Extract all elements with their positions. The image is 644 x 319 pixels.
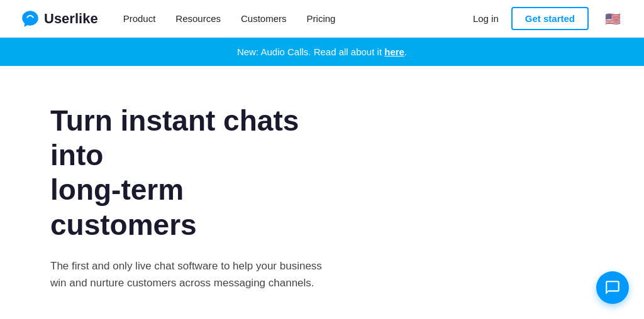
chat-bubble-icon [604, 279, 621, 296]
logo-icon [20, 9, 40, 29]
banner-link[interactable]: here [384, 46, 404, 57]
nav-customers[interactable]: Customers [241, 13, 287, 24]
nav-right: Log in Get started 🇺🇸 [473, 7, 624, 30]
navbar: Userlike Product Resources Customers Pri… [0, 0, 644, 38]
logo-text: Userlike [44, 11, 98, 27]
hero-section: Turn instant chats into long-term custom… [0, 66, 644, 319]
announcement-banner: New: Audio Calls. Read all about it here… [0, 38, 644, 66]
nav-links: Product Resources Customers Pricing [123, 13, 473, 24]
nav-product[interactable]: Product [123, 13, 156, 24]
banner-text: New: Audio Calls. Read all about it [237, 46, 384, 57]
hero-subtitle: The first and only live chat software to… [50, 257, 327, 291]
hero-title: Turn instant chats into long-term custom… [50, 104, 327, 242]
login-link[interactable]: Log in [473, 13, 499, 24]
flag-emoji: 🇺🇸 [605, 11, 621, 26]
language-flag-button[interactable]: 🇺🇸 [601, 8, 624, 30]
hero-content: Turn instant chats into long-term custom… [0, 66, 377, 319]
nav-resources[interactable]: Resources [175, 13, 221, 24]
logo[interactable]: Userlike [20, 9, 98, 29]
chat-fab-button[interactable] [596, 271, 629, 304]
hero-title-line1: Turn instant chats into [50, 104, 299, 171]
get-started-button[interactable]: Get started [511, 7, 589, 30]
nav-pricing[interactable]: Pricing [307, 13, 336, 24]
hero-title-line2: long-term customers [50, 173, 197, 241]
